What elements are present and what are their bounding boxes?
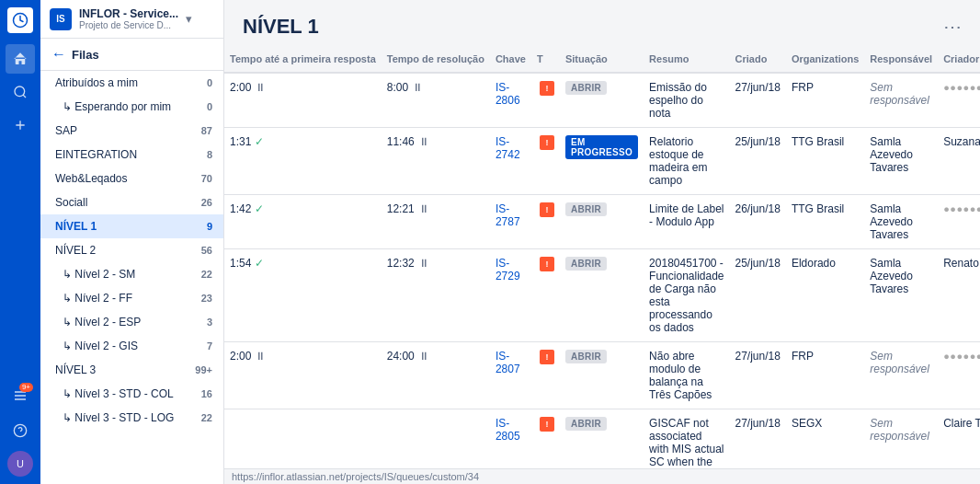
avatar[interactable]: U xyxy=(7,451,33,477)
sidebar-item-3[interactable]: EINTEGRATION8 xyxy=(40,143,223,167)
key-cell[interactable]: IS-2807 xyxy=(490,342,531,409)
created-cell: 27/jun/18 xyxy=(730,342,786,409)
time1-cell: 2:00 ⏸ xyxy=(224,342,382,409)
status-cell[interactable]: EM PROGRESSO xyxy=(560,128,644,195)
sidebar-item-label: ↳ Nível 2 - ESP xyxy=(63,316,207,328)
sidebar-chevron-icon[interactable]: ▾ xyxy=(186,12,192,26)
more-options-button[interactable]: ⋯ xyxy=(943,16,962,38)
status-badge[interactable]: ABRIR xyxy=(565,81,607,95)
status-cell[interactable]: ABRIR xyxy=(560,409,644,469)
nav-icon-add[interactable] xyxy=(6,110,35,140)
responsavel-td: Samla Azevedo Tavares xyxy=(864,249,938,342)
status-cell[interactable]: ABRIR xyxy=(560,195,644,249)
created-cell: 25/jun/18 xyxy=(730,249,786,342)
sidebar-item-4[interactable]: Web&Leqados70 xyxy=(40,167,223,190)
key-cell[interactable]: IS-2729 xyxy=(490,249,531,342)
sidebar-item-13[interactable]: ↳ Nível 3 - STD - COL16 xyxy=(40,382,223,406)
issue-key-link[interactable]: IS-2805 xyxy=(496,417,520,443)
creator-cell: ●●●●●●●●●@●●●●●●●●.com xyxy=(938,195,980,249)
sidebar-item-1[interactable]: ↳ Esperando por mim0 xyxy=(40,95,223,119)
status-badge[interactable]: ABRIR xyxy=(565,417,607,431)
key-cell[interactable]: IS-2787 xyxy=(490,195,531,249)
status-badge[interactable]: ABRIR xyxy=(565,350,607,363)
responsavel-td: Sem responsável xyxy=(864,409,938,469)
sidebar-item-11[interactable]: ↳ Nível 2 - GIS7 xyxy=(40,334,223,358)
sidebar-item-9[interactable]: ↳ Nível 2 - FF23 xyxy=(40,286,223,310)
time1-cell: 1:42 ✓ xyxy=(224,195,382,249)
type-cell: ! xyxy=(531,128,560,195)
sidebar-item-10[interactable]: ↳ Nível 2 - ESP3 xyxy=(40,310,223,334)
sidebar: IS INFLOR - Service... Projeto de Servic… xyxy=(40,0,224,484)
issue-key-link[interactable]: IS-2787 xyxy=(496,202,520,228)
sidebar-item-6[interactable]: NÍVEL 19 xyxy=(40,214,223,238)
key-cell[interactable]: IS-2806 xyxy=(490,73,531,128)
sidebar-item-count: 23 xyxy=(201,293,212,304)
sidebar-item-7[interactable]: NÍVEL 256 xyxy=(40,238,223,262)
table-row[interactable]: 1:31 ✓ 11:46 ⏸ IS-2742 ! EM PROGRESSO Re… xyxy=(224,128,980,195)
sidebar-item-label: ↳ Nível 2 - FF xyxy=(63,292,201,305)
back-button[interactable]: ← xyxy=(51,46,66,63)
status-badge[interactable]: ABRIR xyxy=(565,257,607,271)
issue-key-link[interactable]: IS-2807 xyxy=(496,350,520,375)
pause-icon: ⏸ xyxy=(418,202,429,215)
issue-key-link[interactable]: IS-2806 xyxy=(496,81,520,107)
org-cell: FRP xyxy=(786,342,864,409)
sidebar-item-count: 22 xyxy=(201,269,212,280)
sidebar-item-count: 70 xyxy=(201,173,212,184)
sidebar-item-14[interactable]: ↳ Nível 3 - STD - LOG22 xyxy=(40,406,223,430)
table-row[interactable]: 1:42 ✓ 12:21 ⏸ IS-2787 ! ABRIR Limite de… xyxy=(224,195,980,249)
org-cell: SEGX xyxy=(786,409,864,469)
nav-icon-help[interactable] xyxy=(6,416,35,445)
issues-table-container[interactable]: Tempo até a primeira respostaTempo de re… xyxy=(224,46,980,468)
time2-cell xyxy=(382,409,490,469)
status-url: https://inflor.atlassian.net/projects/IS… xyxy=(232,471,479,482)
status-badge[interactable]: ABRIR xyxy=(565,202,607,216)
status-badge[interactable]: EM PROGRESSO xyxy=(565,135,638,159)
sidebar-header: IS INFLOR - Service... Projeto de Servic… xyxy=(40,0,223,39)
responsavel-td: Samla Azevedo Tavares xyxy=(864,128,938,195)
responsavel-td: Samla Azevedo Tavares xyxy=(864,195,938,249)
table-row[interactable]: 2:00 ⏸ 24:00 ⏸ IS-2807 ! ABRIR Não abre … xyxy=(224,342,980,409)
type-cell: ! xyxy=(531,73,560,128)
type-badge: ! xyxy=(540,257,554,271)
creator-name: Renato Paschoalim xyxy=(943,257,980,270)
creator-cell: Renato Paschoalim xyxy=(938,249,980,342)
nav-logo[interactable] xyxy=(7,7,33,33)
status-bar: https://inflor.atlassian.net/projects/IS… xyxy=(224,468,980,484)
creator-cell: ●●●●●●●●@●●●●●●●.com.br xyxy=(938,342,980,409)
nav-icon-home[interactable] xyxy=(6,44,35,74)
responsavel-cell: Sem responsável xyxy=(870,350,929,375)
issue-key-link[interactable]: IS-2729 xyxy=(496,257,520,282)
sidebar-item-count: 99+ xyxy=(195,364,212,375)
check-icon: ✓ xyxy=(255,257,264,270)
issue-key-link[interactable]: IS-2742 xyxy=(496,135,520,161)
sidebar-item-2[interactable]: SAP87 xyxy=(40,119,223,143)
table-row[interactable]: IS-2805 ! ABRIR GISCAF not associated wi… xyxy=(224,409,980,469)
sidebar-item-5[interactable]: Sociall26 xyxy=(40,190,223,214)
type-badge: ! xyxy=(540,417,554,432)
sidebar-item-0[interactable]: Atribuídos a mim0 xyxy=(40,71,223,95)
org-cell: FRP xyxy=(786,73,864,128)
nav-icon-menu[interactable]: 9+ xyxy=(6,381,35,410)
status-cell[interactable]: ABRIR xyxy=(560,342,644,409)
status-cell[interactable]: ABRIR xyxy=(560,73,644,128)
nav-icon-search[interactable] xyxy=(6,77,35,107)
table-row[interactable]: 1:54 ✓ 12:32 ⏸ IS-2729 ! ABRIR 201804517… xyxy=(224,249,980,342)
key-cell[interactable]: IS-2805 xyxy=(490,409,531,469)
sidebar-item-8[interactable]: ↳ Nível 2 - SM22 xyxy=(40,262,223,286)
responsavel-td: Sem responsável xyxy=(864,73,938,128)
key-cell[interactable]: IS-2742 xyxy=(490,128,531,195)
time2-cell: 24:00 ⏸ xyxy=(382,342,490,409)
sidebar-item-count: 7 xyxy=(207,340,212,351)
sidebar-item-count: 3 xyxy=(207,317,212,328)
sidebar-app-name: INFLOR - Service... xyxy=(79,7,178,20)
creator-cell: ●●●●●●●●@●●●●●●●.com.br xyxy=(938,73,980,128)
col-header-tempo-até-a-primeira-resposta: Tempo até a primeira resposta xyxy=(224,46,382,73)
sidebar-item-count: 16 xyxy=(201,388,212,399)
summary-cell: GISCAF not associated with MIS actual SC… xyxy=(644,409,729,469)
sidebar-app-subtitle: Projeto de Service D... xyxy=(79,20,178,30)
sidebar-item-12[interactable]: NÍVEL 399+ xyxy=(40,358,223,382)
status-cell[interactable]: ABRIR xyxy=(560,249,644,342)
table-row[interactable]: 2:00 ⏸ 8:00 ⏸ IS-2806 ! ABRIR Emissão do… xyxy=(224,73,980,128)
pause-icon: ⏸ xyxy=(418,350,429,363)
